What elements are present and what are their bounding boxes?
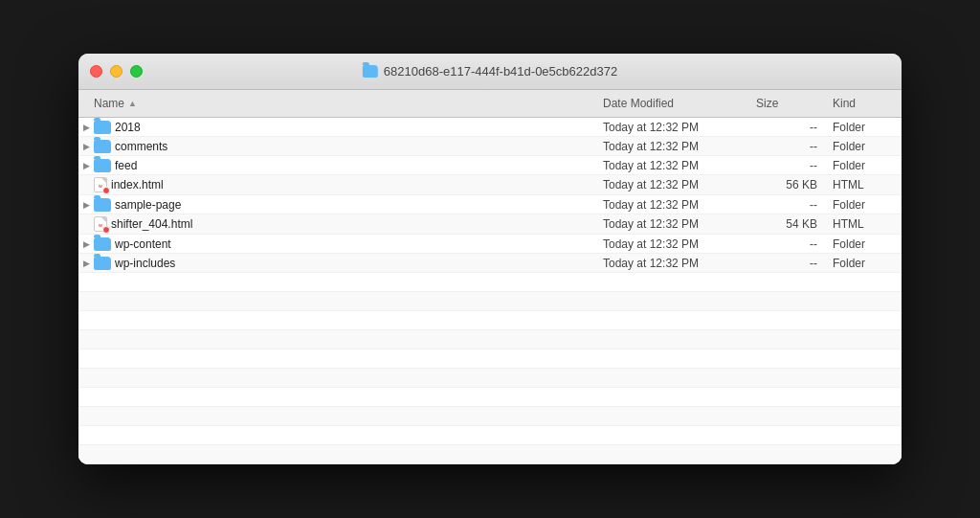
folder-icon <box>94 198 111 212</box>
col-header-size[interactable]: Size <box>748 94 825 113</box>
empty-row <box>78 426 902 445</box>
folder-icon <box>94 159 111 172</box>
file-name-label: shifter_404.html <box>111 217 192 231</box>
table-row[interactable]: ▶feedToday at 12:32 PM--Folder <box>78 156 902 175</box>
html-file-icon: W <box>94 177 107 192</box>
table-row[interactable]: ▶commentsToday at 12:32 PM--Folder <box>78 137 902 156</box>
finder-window: 68210d68-e117-444f-b41d-0e5cb622d372 Nam… <box>78 54 902 464</box>
file-name-cell: ▶wp-includes <box>78 255 595 272</box>
file-date: Today at 12:32 PM <box>595 196 748 214</box>
file-kind: Folder <box>825 138 902 155</box>
empty-row <box>78 445 902 464</box>
title-folder-icon <box>363 65 378 78</box>
folder-icon <box>94 257 111 270</box>
expand-arrow-icon[interactable]: ▶ <box>78 142 94 151</box>
sort-arrow-icon: ▲ <box>128 99 137 108</box>
html-file-icon: W <box>94 216 107 232</box>
file-kind: Folder <box>825 157 902 174</box>
file-size: -- <box>748 119 825 136</box>
file-date: Today at 12:32 PM <box>595 138 748 155</box>
file-kind: HTML <box>825 176 902 193</box>
expand-arrow-icon[interactable]: ▶ <box>78 259 94 268</box>
file-name-label: index.html <box>111 178 164 191</box>
file-name-cell: ▶feed <box>78 157 595 174</box>
file-size: 56 KB <box>748 176 825 193</box>
file-size: -- <box>748 157 825 174</box>
file-size: -- <box>748 236 825 253</box>
wordpress-badge-icon <box>102 187 110 194</box>
col-header-kind[interactable]: Kind <box>825 94 902 113</box>
empty-row <box>78 273 902 292</box>
file-date: Today at 12:32 PM <box>595 119 748 136</box>
file-kind: Folder <box>825 119 902 136</box>
table-row[interactable]: ▶sample-pageToday at 12:32 PM--Folder <box>78 195 902 214</box>
table-row[interactable]: W shifter_404.htmlToday at 12:32 PM54 KB… <box>78 214 902 235</box>
expand-arrow-icon[interactable]: ▶ <box>78 200 94 210</box>
file-list: ▶2018Today at 12:32 PM--Folder▶commentsT… <box>78 118 902 464</box>
empty-row <box>78 330 902 349</box>
traffic-lights <box>90 65 143 78</box>
file-kind: Folder <box>825 236 902 253</box>
file-name-label: sample-page <box>115 198 181 212</box>
table-row[interactable]: ▶wp-includesToday at 12:32 PM--Folder <box>78 254 902 273</box>
window-title-area: 68210d68-e117-444f-b41d-0e5cb622d372 <box>363 64 617 79</box>
file-size: -- <box>748 255 825 272</box>
col-header-date[interactable]: Date Modified <box>595 94 748 113</box>
table-row[interactable]: W index.htmlToday at 12:32 PM56 KBHTML <box>78 175 902 195</box>
title-bar: 68210d68-e117-444f-b41d-0e5cb622d372 <box>78 54 902 90</box>
file-size: 54 KB <box>748 215 825 233</box>
close-button[interactable] <box>90 65 102 78</box>
file-name-cell: W index.html <box>78 175 595 194</box>
empty-row <box>78 292 902 311</box>
minimize-button[interactable] <box>110 65 122 78</box>
table-row[interactable]: ▶wp-contentToday at 12:32 PM--Folder <box>78 235 902 254</box>
folder-icon <box>94 140 111 153</box>
window-title: 68210d68-e117-444f-b41d-0e5cb622d372 <box>384 64 617 79</box>
col-header-name[interactable]: Name ▲ <box>78 94 595 113</box>
file-date: Today at 12:32 PM <box>595 236 748 253</box>
folder-icon <box>94 237 111 251</box>
file-name-label: wp-includes <box>115 257 175 270</box>
file-name-cell: W shifter_404.html <box>78 214 595 234</box>
file-name-label: feed <box>115 159 137 172</box>
file-size: -- <box>748 196 825 214</box>
expand-arrow-icon[interactable]: ▶ <box>78 161 94 170</box>
file-date: Today at 12:32 PM <box>595 255 748 272</box>
file-name-label: comments <box>115 140 167 153</box>
empty-row <box>78 369 902 388</box>
table-row[interactable]: ▶2018Today at 12:32 PM--Folder <box>78 118 902 137</box>
file-name-label: wp-content <box>115 237 171 251</box>
file-size: -- <box>748 138 825 155</box>
file-name-cell: ▶sample-page <box>78 196 595 214</box>
file-date: Today at 12:32 PM <box>595 157 748 174</box>
file-name-cell: ▶2018 <box>78 119 595 136</box>
file-kind: Folder <box>825 255 902 272</box>
expand-arrow-icon[interactable]: ▶ <box>78 123 94 132</box>
file-kind: HTML <box>825 215 902 233</box>
empty-row <box>78 388 902 407</box>
folder-icon <box>94 121 111 134</box>
empty-row <box>78 311 902 330</box>
wordpress-badge-icon <box>102 226 110 234</box>
file-name-label: 2018 <box>115 121 141 134</box>
expand-arrow-icon[interactable]: ▶ <box>78 239 94 249</box>
file-kind: Folder <box>825 196 902 214</box>
file-name-cell: ▶comments <box>78 138 595 155</box>
file-name-cell: ▶wp-content <box>78 236 595 253</box>
column-headers: Name ▲ Date Modified Size Kind <box>78 90 902 118</box>
empty-row <box>78 407 902 426</box>
empty-row <box>78 349 902 369</box>
maximize-button[interactable] <box>130 65 143 78</box>
file-date: Today at 12:32 PM <box>595 215 748 233</box>
file-date: Today at 12:32 PM <box>595 176 748 193</box>
